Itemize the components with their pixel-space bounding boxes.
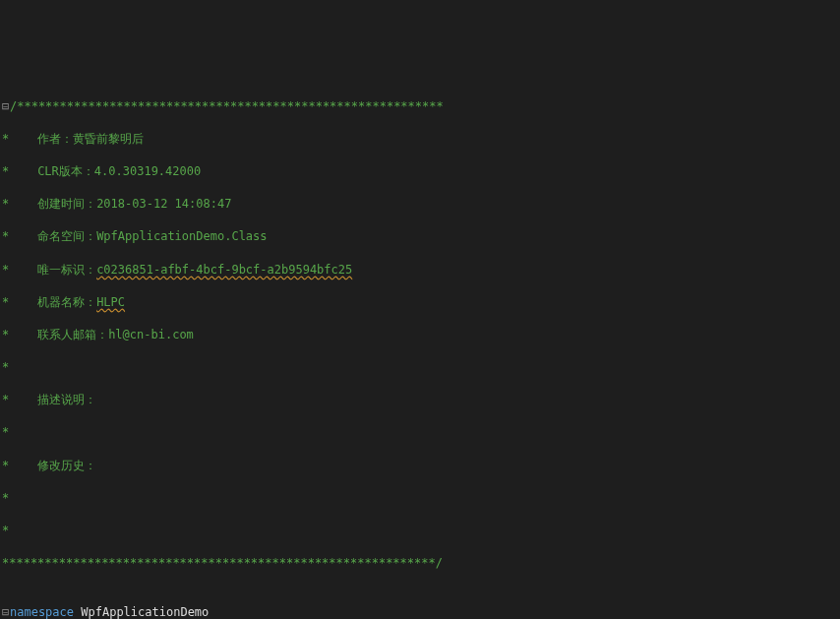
comment-text: * xyxy=(2,524,9,537)
fold-toggle[interactable]: ⊟ xyxy=(2,98,10,115)
comment-text: * xyxy=(2,491,9,505)
comment-text: * 唯一标识：c0236851-afbf-4bcf-9bcf-a2b9594bf… xyxy=(2,263,352,277)
comment-text: * 创建时间：2018-03-12 14:08:47 xyxy=(2,197,231,211)
comment-text: * xyxy=(2,360,9,374)
comment-text: * 联系人邮箱：hl@cn-bi.com xyxy=(2,328,194,341)
comment-text: * 修改历史： xyxy=(2,459,96,472)
comment-text: * 作者：黄昏前黎明后 xyxy=(2,132,144,146)
namespace-name: WpfApplicationDemo xyxy=(81,605,209,619)
guid-value: c0236851-afbf-4bcf-9bcf-a2b9594bfc25 xyxy=(96,263,352,277)
fold-toggle[interactable]: ⊟ xyxy=(2,604,10,619)
comment-text: * 命名空间：WpfApplicationDemo.Class xyxy=(2,229,268,243)
comment-text: * xyxy=(2,425,9,439)
comment-text: ****************************************… xyxy=(2,556,443,570)
host-value: HLPC xyxy=(96,295,125,309)
kw-namespace: namespace xyxy=(10,605,74,619)
comment-text: * CLR版本：4.0.30319.42000 xyxy=(2,164,201,178)
comment-text: /***************************************… xyxy=(10,99,444,113)
comment-text: * 机器名称：HLPC xyxy=(2,295,125,309)
code-editor[interactable]: ⊟/**************************************… xyxy=(0,65,840,619)
comment-text: * 描述说明： xyxy=(2,393,96,406)
